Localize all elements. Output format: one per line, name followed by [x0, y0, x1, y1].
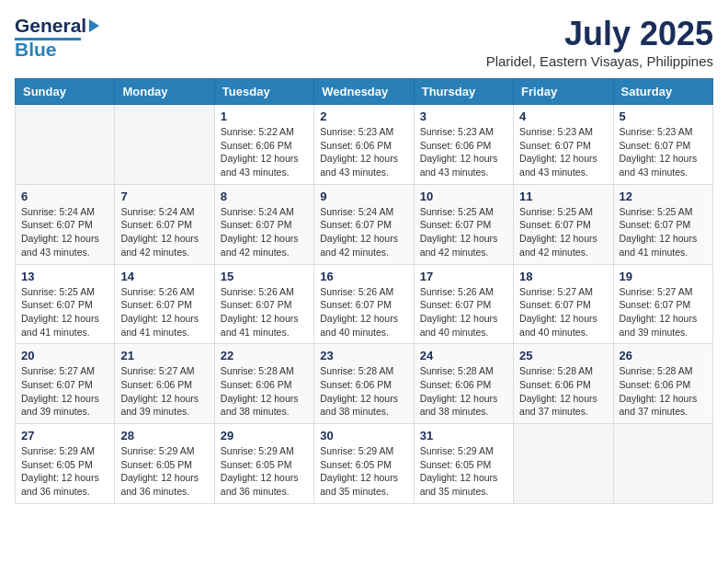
day-number: 28 [120, 429, 208, 442]
day-number: 14 [120, 270, 208, 283]
calendar-cell: 1Sunrise: 5:22 AM Sunset: 6:06 PM Daylig… [214, 105, 313, 185]
day-info: Sunrise: 5:25 AM Sunset: 6:07 PM Dayligh… [620, 205, 707, 259]
day-number: 24 [420, 349, 507, 362]
day-info: Sunrise: 5:24 AM Sunset: 6:07 PM Dayligh… [221, 205, 308, 259]
calendar-cell: 19Sunrise: 5:27 AM Sunset: 6:07 PM Dayli… [613, 264, 712, 344]
calendar-cell: 17Sunrise: 5:26 AM Sunset: 6:07 PM Dayli… [414, 264, 513, 344]
day-number: 23 [320, 349, 407, 362]
day-info: Sunrise: 5:24 AM Sunset: 6:07 PM Dayligh… [320, 205, 407, 259]
calendar-cell: 9Sunrise: 5:24 AM Sunset: 6:07 PM Daylig… [314, 184, 414, 264]
day-number: 30 [320, 429, 407, 442]
calendar-header-sunday: Sunday [16, 79, 115, 105]
calendar-cell: 7Sunrise: 5:24 AM Sunset: 6:07 PM Daylig… [115, 184, 214, 264]
calendar-cell: 20Sunrise: 5:27 AM Sunset: 6:07 PM Dayli… [16, 344, 115, 424]
day-info: Sunrise: 5:28 AM Sunset: 6:06 PM Dayligh… [320, 364, 407, 419]
calendar-cell: 29Sunrise: 5:29 AM Sunset: 6:05 PM Dayli… [214, 424, 313, 504]
day-number: 29 [221, 429, 308, 442]
calendar-cell: 30Sunrise: 5:29 AM Sunset: 6:05 PM Dayli… [314, 424, 414, 504]
day-number: 31 [420, 429, 507, 442]
calendar-cell: 11Sunrise: 5:25 AM Sunset: 6:07 PM Dayli… [514, 184, 613, 264]
calendar-week-row: 27Sunrise: 5:29 AM Sunset: 6:05 PM Dayli… [16, 424, 713, 504]
calendar-cell [514, 424, 613, 504]
calendar-cell: 12Sunrise: 5:25 AM Sunset: 6:07 PM Dayli… [613, 184, 712, 264]
day-number: 18 [519, 270, 607, 283]
page-header: General Blue July 2025 Plaridel, Eastern… [15, 15, 713, 69]
calendar-cell: 26Sunrise: 5:28 AM Sunset: 6:06 PM Dayli… [613, 344, 712, 424]
day-number: 26 [620, 349, 707, 362]
logo-general: General [15, 15, 86, 37]
calendar-cell: 21Sunrise: 5:27 AM Sunset: 6:06 PM Dayli… [115, 344, 214, 424]
day-info: Sunrise: 5:23 AM Sunset: 6:07 PM Dayligh… [620, 125, 707, 179]
day-number: 16 [320, 270, 407, 283]
day-number: 12 [620, 190, 707, 203]
day-info: Sunrise: 5:27 AM Sunset: 6:07 PM Dayligh… [519, 285, 607, 339]
day-info: Sunrise: 5:23 AM Sunset: 6:06 PM Dayligh… [320, 125, 407, 179]
calendar-cell: 27Sunrise: 5:29 AM Sunset: 6:05 PM Dayli… [16, 424, 115, 504]
day-number: 7 [120, 190, 208, 203]
calendar-cell: 28Sunrise: 5:29 AM Sunset: 6:05 PM Dayli… [115, 424, 214, 504]
calendar-cell: 3Sunrise: 5:23 AM Sunset: 6:06 PM Daylig… [414, 105, 513, 185]
calendar-cell: 4Sunrise: 5:23 AM Sunset: 6:07 PM Daylig… [514, 105, 613, 185]
logo: General Blue [15, 15, 99, 61]
location-text: Plaridel, Eastern Visayas, Philippines [486, 53, 713, 69]
day-number: 21 [120, 349, 208, 362]
day-number: 17 [420, 270, 507, 283]
day-info: Sunrise: 5:28 AM Sunset: 6:06 PM Dayligh… [620, 364, 707, 419]
day-info: Sunrise: 5:25 AM Sunset: 6:07 PM Dayligh… [420, 205, 507, 259]
day-info: Sunrise: 5:28 AM Sunset: 6:06 PM Dayligh… [221, 364, 308, 419]
calendar-header-friday: Friday [514, 79, 613, 105]
day-info: Sunrise: 5:23 AM Sunset: 6:06 PM Dayligh… [420, 125, 507, 179]
calendar-cell: 31Sunrise: 5:29 AM Sunset: 6:05 PM Dayli… [414, 424, 513, 504]
day-info: Sunrise: 5:26 AM Sunset: 6:07 PM Dayligh… [420, 285, 507, 339]
day-number: 4 [519, 109, 607, 123]
day-info: Sunrise: 5:27 AM Sunset: 6:07 PM Dayligh… [21, 364, 108, 419]
calendar-cell: 5Sunrise: 5:23 AM Sunset: 6:07 PM Daylig… [613, 105, 712, 185]
day-info: Sunrise: 5:29 AM Sunset: 6:05 PM Dayligh… [221, 444, 308, 499]
calendar-header-row: SundayMondayTuesdayWednesdayThursdayFrid… [16, 79, 713, 105]
day-info: Sunrise: 5:25 AM Sunset: 6:07 PM Dayligh… [519, 205, 607, 259]
day-info: Sunrise: 5:24 AM Sunset: 6:07 PM Dayligh… [21, 205, 108, 259]
day-number: 11 [519, 190, 607, 203]
calendar-cell: 6Sunrise: 5:24 AM Sunset: 6:07 PM Daylig… [16, 184, 115, 264]
day-info: Sunrise: 5:29 AM Sunset: 6:05 PM Dayligh… [320, 444, 407, 499]
calendar-header-wednesday: Wednesday [314, 79, 414, 105]
calendar-cell [613, 424, 712, 504]
calendar-cell: 8Sunrise: 5:24 AM Sunset: 6:07 PM Daylig… [214, 184, 313, 264]
calendar-cell: 14Sunrise: 5:26 AM Sunset: 6:07 PM Dayli… [115, 264, 214, 344]
calendar-cell: 25Sunrise: 5:28 AM Sunset: 6:06 PM Dayli… [514, 344, 613, 424]
calendar-header-monday: Monday [115, 79, 214, 105]
calendar-header-tuesday: Tuesday [214, 79, 313, 105]
calendar-table: SundayMondayTuesdayWednesdayThursdayFrid… [15, 78, 713, 504]
calendar-week-row: 20Sunrise: 5:27 AM Sunset: 6:07 PM Dayli… [16, 344, 713, 424]
day-number: 20 [21, 349, 108, 362]
calendar-cell: 24Sunrise: 5:28 AM Sunset: 6:06 PM Dayli… [414, 344, 513, 424]
day-number: 27 [21, 429, 108, 442]
day-number: 9 [320, 190, 407, 203]
day-number: 1 [221, 109, 308, 123]
calendar-cell: 13Sunrise: 5:25 AM Sunset: 6:07 PM Dayli… [16, 264, 115, 344]
day-number: 5 [620, 109, 707, 123]
day-info: Sunrise: 5:26 AM Sunset: 6:07 PM Dayligh… [320, 285, 407, 339]
day-info: Sunrise: 5:29 AM Sunset: 6:05 PM Dayligh… [120, 444, 208, 499]
calendar-cell: 15Sunrise: 5:26 AM Sunset: 6:07 PM Dayli… [214, 264, 313, 344]
day-info: Sunrise: 5:28 AM Sunset: 6:06 PM Dayligh… [519, 364, 607, 419]
day-info: Sunrise: 5:24 AM Sunset: 6:07 PM Dayligh… [120, 205, 208, 259]
logo-blue: Blue [15, 39, 99, 61]
day-number: 22 [221, 349, 308, 362]
calendar-header-saturday: Saturday [613, 79, 712, 105]
calendar-cell: 2Sunrise: 5:23 AM Sunset: 6:06 PM Daylig… [314, 105, 414, 185]
day-number: 8 [221, 190, 308, 203]
title-section: July 2025 Plaridel, Eastern Visayas, Phi… [486, 15, 713, 69]
day-info: Sunrise: 5:27 AM Sunset: 6:07 PM Dayligh… [620, 285, 707, 339]
day-info: Sunrise: 5:29 AM Sunset: 6:05 PM Dayligh… [420, 444, 507, 499]
day-number: 13 [21, 270, 108, 283]
calendar-cell: 23Sunrise: 5:28 AM Sunset: 6:06 PM Dayli… [314, 344, 414, 424]
day-info: Sunrise: 5:28 AM Sunset: 6:06 PM Dayligh… [420, 364, 507, 419]
calendar-cell: 10Sunrise: 5:25 AM Sunset: 6:07 PM Dayli… [414, 184, 513, 264]
day-info: Sunrise: 5:29 AM Sunset: 6:05 PM Dayligh… [21, 444, 108, 499]
day-number: 3 [420, 109, 507, 123]
day-number: 10 [420, 190, 507, 203]
calendar-week-row: 13Sunrise: 5:25 AM Sunset: 6:07 PM Dayli… [16, 264, 713, 344]
day-number: 2 [320, 109, 407, 123]
calendar-cell: 22Sunrise: 5:28 AM Sunset: 6:06 PM Dayli… [214, 344, 313, 424]
